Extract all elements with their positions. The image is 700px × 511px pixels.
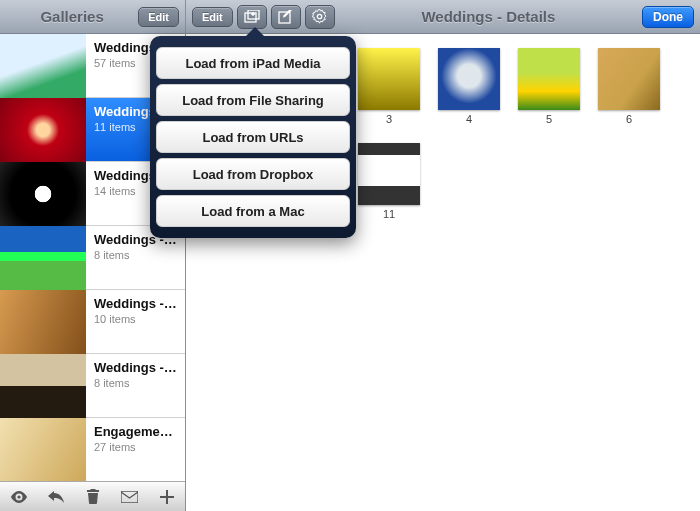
sidebar-edit-button[interactable]: Edit [138, 7, 179, 27]
popover-item[interactable]: Load from URLs [156, 121, 350, 153]
sidebar-title: Galleries [6, 8, 138, 25]
popover-item[interactable]: Load from a Mac [156, 195, 350, 227]
svg-rect-1 [121, 491, 138, 503]
mail-icon[interactable] [120, 491, 140, 503]
main-edit-button[interactable]: Edit [192, 7, 233, 27]
gallery-thumbnail [0, 226, 86, 290]
gallery-thumbnail [0, 98, 86, 162]
photo-thumbnail [438, 48, 500, 110]
photo-cell[interactable]: 11 [358, 143, 420, 220]
svg-rect-4 [279, 12, 290, 23]
gallery-count: 57 items [94, 57, 156, 69]
popover-item[interactable]: Load from File Sharing [156, 84, 350, 116]
photo-cell[interactable]: 5 [518, 48, 580, 125]
add-icon[interactable] [157, 490, 177, 504]
gallery-count: 14 items [94, 185, 156, 197]
gallery-item[interactable]: Engagements27 items [0, 418, 185, 481]
photo-number: 11 [383, 208, 395, 220]
gallery-name: Weddings -… [94, 296, 177, 311]
photo-thumbnail [598, 48, 660, 110]
photo-number: 5 [546, 113, 552, 125]
photo-thumbnail [518, 48, 580, 110]
settings-button[interactable] [305, 5, 335, 29]
gallery-thumbnail [0, 354, 86, 418]
svg-point-0 [17, 495, 20, 498]
gallery-name: Weddings [94, 168, 156, 183]
svg-point-5 [318, 14, 322, 18]
photo-number: 3 [386, 113, 392, 125]
popover-item[interactable]: Load from Dropbox [156, 158, 350, 190]
import-popover: Load from iPad MediaLoad from File Shari… [150, 36, 356, 238]
sidebar-header: Galleries Edit [0, 0, 185, 34]
gallery-count: 8 items [94, 249, 177, 261]
gallery-thumbnail [0, 162, 86, 226]
gallery-thumbnail [0, 290, 86, 354]
gallery-thumbnail [0, 418, 86, 481]
photo-number: 4 [466, 113, 472, 125]
photo-thumbnail [358, 48, 420, 110]
gallery-name: Engagements [94, 424, 179, 439]
gallery-count: 8 items [94, 377, 177, 389]
gallery-name: Weddings [94, 40, 156, 55]
gallery-item[interactable]: Weddings -…8 items [0, 354, 185, 418]
photo-thumbnail [358, 143, 420, 205]
photo-cell[interactable]: 6 [598, 48, 660, 125]
import-button[interactable] [237, 5, 267, 29]
photo-number: 6 [626, 113, 632, 125]
gallery-item[interactable]: Weddings -…10 items [0, 290, 185, 354]
done-button[interactable]: Done [642, 6, 694, 28]
photo-cell[interactable]: 3 [358, 48, 420, 125]
popover-item[interactable]: Load from iPad Media [156, 47, 350, 79]
trash-icon[interactable] [83, 489, 103, 504]
photo-cell[interactable]: 4 [438, 48, 500, 125]
gallery-name: Weddings [94, 104, 156, 119]
eye-icon[interactable] [9, 491, 29, 503]
gallery-thumbnail [0, 34, 86, 98]
gallery-count: 27 items [94, 441, 179, 453]
gallery-count: 10 items [94, 313, 177, 325]
compose-button[interactable] [271, 5, 301, 29]
page-title: Weddings - Details [339, 8, 638, 25]
gallery-name: Weddings -… [94, 360, 177, 375]
gallery-count: 11 items [94, 121, 156, 133]
sidebar-toolbar [0, 481, 185, 511]
reply-icon[interactable] [46, 491, 66, 503]
